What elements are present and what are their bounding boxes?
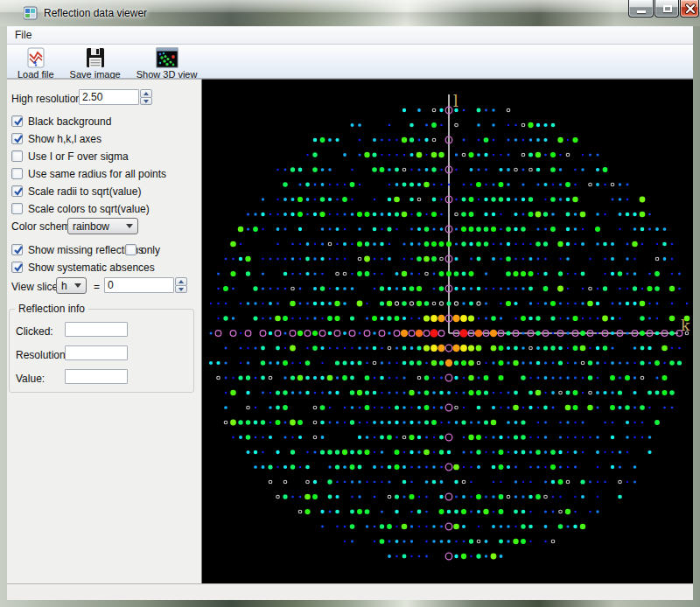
check-icon — [12, 115, 24, 128]
save-image-icon — [84, 47, 107, 68]
only-checkbox[interactable] — [125, 244, 136, 255]
save-image-button[interactable]: Save image — [65, 45, 126, 80]
value-field[interactable] — [65, 369, 128, 384]
show-hkl-axes-checkbox[interactable] — [11, 133, 23, 144]
equals-sign: = — [94, 281, 100, 293]
chevron-down-icon — [126, 224, 133, 228]
app-window: Reflection data viewer File — [0, 0, 700, 607]
show-3d-view-button[interactable]: Show 3D view — [131, 45, 203, 80]
scale-radii-checkbox[interactable] — [11, 185, 23, 197]
window-title: Reflection data viewer — [44, 7, 147, 19]
check-icon — [12, 185, 24, 198]
checkbox-label: Use I or F over sigma — [28, 150, 129, 163]
check-icon — [12, 244, 24, 256]
checkbox-label: only — [141, 244, 160, 256]
checkbox-label: Scale radii to sqrt(value) — [28, 185, 141, 198]
control-sidebar: High resolution: Black background Show h… — [7, 79, 202, 583]
checkbox-label: Black background — [28, 115, 111, 128]
spin-down-button[interactable] — [175, 285, 187, 294]
value-label: Value: — [16, 373, 45, 385]
show-absences-checkbox[interactable] — [11, 262, 23, 273]
close-button[interactable] — [680, 0, 699, 17]
scale-colors-checkbox[interactable] — [11, 203, 23, 214]
high-resolution-label: High resolution: — [11, 93, 84, 105]
clicked-label: Clicked: — [16, 325, 53, 338]
resolution-label: Resolution: — [16, 349, 68, 361]
resolution-field[interactable] — [65, 345, 128, 360]
clicked-field[interactable] — [65, 322, 128, 337]
high-resolution-input[interactable] — [79, 89, 139, 105]
menu-file[interactable]: File — [7, 26, 39, 44]
view-slice-label: View slice: — [11, 281, 60, 293]
black-background-checkbox[interactable] — [11, 115, 23, 127]
same-radius-checkbox[interactable] — [11, 168, 23, 179]
reflection-pattern: lk — [202, 80, 693, 584]
slice-index-spinner — [175, 277, 187, 293]
spin-down-button[interactable] — [140, 97, 152, 106]
maximize-icon — [663, 5, 672, 12]
minimize-icon — [637, 10, 646, 13]
minimize-button[interactable] — [628, 0, 654, 17]
window-controls — [628, 0, 699, 17]
arrow-up-icon — [178, 280, 184, 283]
reflection-info-title: Reflection info — [15, 303, 88, 315]
menubar: File — [7, 26, 693, 45]
maximize-button[interactable] — [654, 0, 679, 17]
svg-text:l: l — [453, 92, 458, 110]
show-3d-view-icon — [156, 47, 178, 68]
checkbox-label: Show systematic absences — [28, 262, 155, 274]
load-file-button[interactable]: Load file — [12, 45, 60, 80]
statusbar — [7, 583, 693, 600]
checkbox-label: Use same radius for all points — [28, 168, 166, 180]
titlebar: Reflection data viewer — [0, 0, 700, 26]
chevron-down-icon — [74, 283, 81, 288]
checkbox-label: Show h,k,l axes — [28, 133, 102, 145]
check-icon — [12, 133, 24, 145]
high-resolution-spinner — [140, 89, 152, 105]
close-icon — [685, 3, 696, 14]
load-file-icon — [24, 47, 47, 68]
slice-index-input[interactable] — [104, 277, 174, 293]
toolbar: Load file Save image — [7, 45, 693, 79]
color-scheme-value: rainbow — [68, 220, 126, 233]
slice-axis-dropdown[interactable]: h — [56, 277, 87, 294]
arrow-down-icon — [178, 288, 184, 291]
arrow-down-icon — [144, 100, 149, 103]
arrow-up-icon — [144, 92, 149, 95]
checkbox-label: Scale colors to sqrt(value) — [28, 203, 150, 215]
show-missing-checkbox[interactable] — [11, 244, 23, 255]
i-or-f-over-sigma-checkbox[interactable] — [11, 150, 23, 162]
slice-axis-value: h — [57, 280, 74, 292]
color-scheme-dropdown[interactable]: rainbow — [67, 218, 138, 234]
app-icon — [24, 6, 38, 20]
check-icon — [12, 262, 24, 274]
reflection-canvas[interactable]: lk — [202, 79, 693, 583]
